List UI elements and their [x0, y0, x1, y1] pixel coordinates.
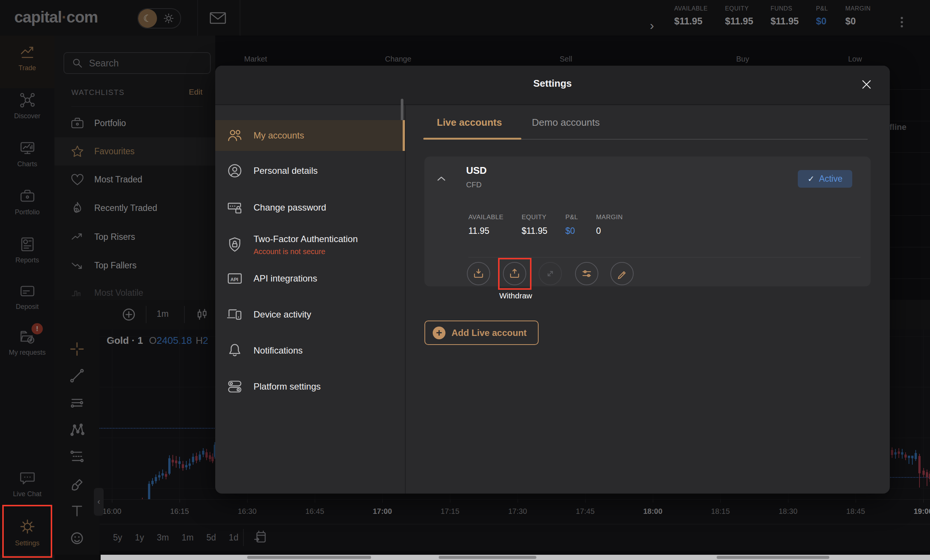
nav-item-notifications[interactable]: Notifications	[215, 336, 405, 365]
api-window-icon: API	[226, 270, 244, 287]
settings-annotation-box	[2, 505, 52, 558]
stat-value: $11.95	[522, 226, 548, 236]
card-stat-available: AVAILABLE11.95	[468, 213, 504, 236]
nav-item-my-accounts[interactable]: My accounts	[215, 120, 405, 151]
modal-title: Settings	[215, 78, 890, 89]
user-circle-icon	[226, 162, 244, 180]
collapse-chevron-icon[interactable]	[434, 173, 448, 184]
pencil-icon	[616, 267, 628, 280]
toggles-icon	[226, 378, 244, 395]
strip-smudge	[717, 556, 829, 559]
account-card-stats: AVAILABLE11.95EQUITY$11.95P&L$0MARGIN0	[468, 213, 623, 236]
close-icon[interactable]	[858, 76, 875, 93]
nav-item-personal-details[interactable]: Personal details	[215, 156, 405, 186]
stat-label: MARGIN	[596, 213, 623, 221]
devices-icon	[226, 306, 244, 323]
sliders-icon	[580, 267, 593, 280]
modal-nav-divider	[405, 105, 406, 494]
add-live-account-button[interactable]: + Add Live account	[425, 321, 539, 345]
shield-lock-icon	[226, 236, 244, 253]
card-stat-pl: P&L$0	[565, 213, 578, 236]
stat-value: 0	[596, 226, 623, 236]
two-factor-warning: Account is not secure	[254, 247, 357, 256]
tab-live-accounts[interactable]: Live accounts	[437, 117, 502, 128]
edit-button[interactable]	[610, 262, 634, 285]
strip-smudge	[439, 556, 536, 559]
stat-value: 11.95	[468, 226, 504, 236]
withdraw-annotation-box	[498, 258, 531, 290]
card-stat-margin: MARGIN0	[596, 213, 623, 236]
users-icon	[226, 127, 244, 144]
stat-label: P&L	[565, 213, 578, 221]
deposit-button[interactable]	[467, 262, 490, 285]
diagonal-arrows-icon	[544, 267, 557, 280]
settings-modal: Settings My accounts Personal details Ch…	[215, 66, 890, 494]
tab-demo-accounts[interactable]: Demo accounts	[532, 117, 600, 128]
check-icon: ✓	[808, 174, 814, 184]
nav-item-two-factor[interactable]: Two-Factor Authentication Account is not…	[215, 226, 405, 263]
withdraw-tooltip: Withdraw	[478, 291, 553, 300]
account-currency: USD	[466, 165, 487, 176]
card-stat-equity: EQUITY$11.95	[522, 213, 548, 236]
nav-item-device-activity[interactable]: Device activity	[215, 300, 405, 329]
divider	[468, 257, 861, 258]
plus-icon: +	[433, 327, 445, 339]
nav-item-platform-settings[interactable]: Platform settings	[215, 372, 405, 401]
transfer-button	[539, 262, 562, 285]
svg-text:API: API	[231, 277, 239, 282]
tray-arrow-down-icon	[472, 267, 485, 280]
tab-active-underline	[423, 138, 521, 140]
strip-smudge	[247, 556, 371, 559]
stat-label: EQUITY	[522, 213, 548, 221]
nav-item-change-password[interactable]: Change password	[215, 193, 405, 222]
app-window: capital·com ☾ › AVAILABLE$11.95EQUITY$11…	[0, 0, 930, 560]
account-type: CFD	[466, 181, 482, 189]
status-badge: ✓ Active	[798, 170, 852, 188]
password-lock-icon	[226, 199, 244, 216]
nav-item-api-integrations[interactable]: API API integrations	[215, 264, 405, 293]
bell-icon	[226, 342, 244, 359]
bottom-strip	[101, 555, 930, 560]
stat-label: AVAILABLE	[468, 213, 504, 221]
account-card: USD CFD ✓ Active AVAILABLE11.95EQUITY$11…	[425, 156, 871, 286]
stat-value: $0	[565, 226, 578, 236]
modal-title-bar: Settings	[215, 66, 890, 105]
manage-button[interactable]	[575, 262, 598, 285]
